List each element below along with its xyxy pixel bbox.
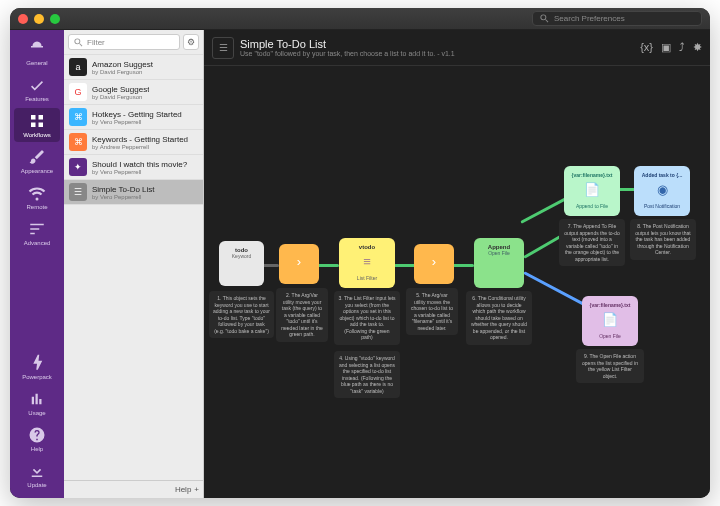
workflow-name: Simple To-Do List [92,185,155,194]
bolt-icon [28,354,46,372]
check-icon [28,76,46,94]
workflow-author: by Vero Pepperrell [92,119,182,125]
filter-input[interactable]: Filter [68,34,180,50]
workflow-author: by Andrew Pepperrell [92,144,188,150]
settings-button[interactable]: ⚙ [183,34,199,50]
sidebar-item-workflows[interactable]: Workflows [14,108,60,142]
sidebar-item-remote[interactable]: Remote [14,180,60,214]
caption-7: 7. The Append To File output appends the… [559,219,625,266]
wifi-icon [28,184,46,202]
workflow-row[interactable]: ✦ Should I watch this movie? by Vero Pep… [64,155,203,180]
node-post-notification[interactable]: Added task to {...◉Post Notification [634,166,690,216]
sidebar-item-advanced[interactable]: Advanced [14,216,60,250]
search-icon [73,37,84,48]
workflow-icon: G [69,83,87,101]
download-icon [28,462,46,480]
workflow-name: Keywords - Getting Started [92,135,188,144]
caption-4: 4. Using "vtodo" keyword and selecting a… [334,351,400,398]
wire [523,271,586,307]
sidebar-item-powerpack[interactable]: Powerpack [14,350,60,384]
workflow-name: Should I watch this movie? [92,160,187,169]
workflow-list-panel: Filter ⚙ a Amazon Suggest by David Fergu… [64,30,204,498]
sidebar-item-update[interactable]: Update [14,458,60,492]
bug-button[interactable]: ✸ [693,41,702,54]
workflow-header-icon[interactable]: ☰ [212,37,234,59]
node-argvar-2[interactable]: › [414,244,454,284]
titlebar: Search Preferences [10,8,710,30]
workflow-icon: ☰ [69,183,87,201]
workflow-canvas[interactable]: todoKeyword › vtodo≡List Filter › Append… [204,66,710,498]
sliders-icon [28,220,46,238]
workflow-row[interactable]: a Amazon Suggest by David Ferguson [64,55,203,80]
wire [317,264,339,267]
caption-5: 5. The Arg/var utility moves the chosen … [406,288,458,335]
caption-6: 6. The Conditional utility allows you to… [466,291,532,345]
preferences-window: Search Preferences General Features Work… [10,8,710,498]
minimize-button[interactable] [34,14,44,24]
canvas-toolbar: {x} ▣ ⤴ ✸ [640,41,702,54]
body: General Features Workflows Appearance Re… [10,30,710,498]
list-footer: Help + [64,480,203,498]
brush-icon [28,148,46,166]
zoom-button[interactable] [50,14,60,24]
workflow-name: Amazon Suggest [92,60,153,69]
help-link[interactable]: Help [175,485,191,494]
help-icon [28,426,46,444]
workflow-row[interactable]: ⌘ Keywords - Getting Started by Andrew P… [64,130,203,155]
node-list-filter[interactable]: vtodo≡List Filter [339,238,395,288]
workflow-icon [28,112,46,130]
workflow-author: by Vero Pepperrell [92,194,155,200]
caption-1: 1. This object sets the keyword you use … [209,291,274,338]
sidebar-item-usage[interactable]: Usage [14,386,60,420]
search-placeholder: Search Preferences [554,14,625,23]
workflow-icon: ✦ [69,158,87,176]
workflow-row[interactable]: ⌘ Hotkeys - Getting Started by Vero Pepp… [64,105,203,130]
chart-icon [28,390,46,408]
wire [452,264,474,267]
filter-bar: Filter ⚙ [64,30,203,55]
caption-9: 9. The Open File action opens the list s… [576,349,644,383]
sidebar-item-features[interactable]: Features [14,72,60,106]
workflow-author: by Vero Pepperrell [92,169,187,175]
node-conditional[interactable]: AppendOpen File [474,238,524,288]
workflow-title: Simple To-Do List [240,38,455,50]
workflow-author: by David Ferguson [92,69,153,75]
add-workflow-button[interactable]: + [194,485,199,494]
workflow-icon: a [69,58,87,76]
node-append-file[interactable]: {var:filename}.txt📄Append to File [564,166,620,216]
canvas-header: ☰ Simple To-Do List Use "todo" followed … [204,30,710,66]
workflow-author: by David Ferguson [92,94,149,100]
workflow-icon: ⌘ [69,108,87,126]
node-open-file[interactable]: {var:filename}.txt📄Open File [582,296,638,346]
caption-8: 8. The Post Notification output lets you… [630,219,696,260]
canvas-panel: ☰ Simple To-Do List Use "todo" followed … [204,30,710,498]
workflow-row[interactable]: G Google Suggest by David Ferguson [64,80,203,105]
sidebar-item-help[interactable]: Help [14,422,60,456]
debug-button[interactable]: ▣ [661,41,671,54]
close-button[interactable] [18,14,28,24]
caption-3: 3. The List Filter input lets you select… [334,291,400,345]
variables-button[interactable]: {x} [640,41,653,54]
workflow-icon: ⌘ [69,133,87,151]
gear-icon: ⚙ [187,37,195,47]
workflow-subtitle: Use "todo" followed by your task, then c… [240,50,455,57]
share-button[interactable]: ⤴ [679,41,685,54]
wire [394,264,416,267]
workflow-name: Google Suggest [92,85,149,94]
sidebar: General Features Workflows Appearance Re… [10,30,64,498]
workflow-name: Hotkeys - Getting Started [92,110,182,119]
caption-2: 2. The Arg/Var utility moves your task (… [276,288,328,342]
workflow-row[interactable]: ☰ Simple To-Do List by Vero Pepperrell [64,180,203,205]
sidebar-item-general[interactable]: General [14,36,60,70]
sidebar-item-appearance[interactable]: Appearance [14,144,60,178]
hat-icon [28,40,46,58]
workflow-list[interactable]: a Amazon Suggest by David FergusonG Goog… [64,55,203,480]
node-argvar-1[interactable]: › [279,244,319,284]
search-preferences-input[interactable]: Search Preferences [532,11,702,26]
node-keyword[interactable]: todoKeyword [219,241,264,286]
search-icon [539,13,550,24]
